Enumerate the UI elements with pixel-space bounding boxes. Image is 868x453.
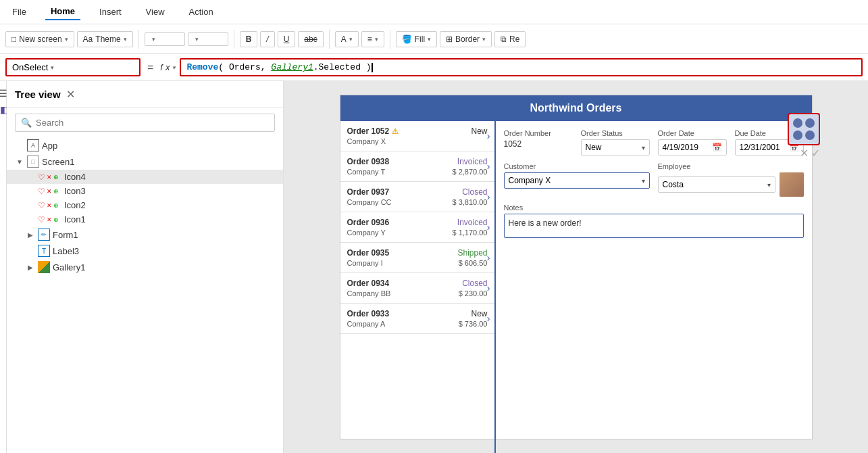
underline-button[interactable]: U [278, 31, 296, 47]
new-screen-label: New screen [19, 34, 61, 44]
sidebar-title: Tree view [15, 89, 61, 100]
order-0934-amount: $ 230.00 [459, 289, 488, 297]
tree-node-label3[interactable]: T Label3 [7, 243, 283, 259]
dot-1 [793, 118, 802, 128]
tree-node-screen1[interactable]: ▼ □ Screen1 [7, 153, 283, 170]
reorder-label: Re [509, 34, 519, 44]
order-0935-title: Order 0935 [347, 248, 390, 258]
align-button[interactable]: ≡ ▾ [361, 31, 384, 47]
order-date-input[interactable]: 4/19/2019 📅 [658, 139, 727, 156]
fill-button[interactable]: 🪣 Fill ▾ [396, 31, 437, 47]
formula-gallery-ref: Gallery1 [271, 62, 313, 72]
menu-insert[interactable]: Insert [94, 4, 127, 20]
order-0937-amount: $ 3,810.00 [453, 198, 488, 206]
gallery-item-0936[interactable]: Order 0936 Invoiced Company Y $ 1,170.00… [340, 212, 494, 243]
form-row-1: Order Number 1052 Order Status New ▾ Ord… [504, 129, 804, 156]
search-input[interactable] [36, 118, 269, 128]
italic-button[interactable]: / [260, 31, 274, 47]
theme-button[interactable]: Aa Theme ▾ [77, 31, 133, 47]
dot-2 [805, 118, 815, 128]
order-0933-amount: $ 736.00 [459, 320, 488, 328]
order-0935-arrow: › [487, 252, 490, 263]
menu-action[interactable]: Action [184, 4, 219, 20]
tree-node-icon2[interactable]: ♡ ✕ ⊕ Icon2 [7, 198, 283, 212]
fill-caret: ▾ [428, 36, 431, 43]
order-0933-company: Company A [347, 320, 386, 328]
border-button[interactable]: ⊞ Border ▾ [440, 31, 492, 47]
app-preview: Northwind Orders Order 1052 ⚠ New Compan… [340, 95, 813, 439]
field-notes: Notes Here is a new order! [504, 204, 804, 238]
order-1052-title: Order 1052 ⚠ [347, 126, 399, 136]
order-0936-company: Company Y [347, 229, 386, 237]
property-selector[interactable]: OnSelect ▾ [5, 58, 141, 76]
formula-bar: OnSelect ▾ = fx ▾ Remove( Orders, Galler… [0, 54, 868, 81]
gallery1-icon [38, 261, 50, 273]
employee-select[interactable]: Costa ▾ [658, 176, 775, 193]
delete-button-box[interactable] [788, 113, 820, 145]
notes-textarea[interactable]: Here is a new order! [504, 214, 804, 238]
align-icon: ≡ [367, 34, 372, 44]
new-screen-caret: ▾ [65, 36, 68, 43]
form-confirm-button[interactable]: ✓ [811, 147, 820, 160]
order-number-value: 1052 [504, 139, 573, 149]
gallery-item-0934[interactable]: Order 0934 Closed Company BB $ 230.00 › [340, 273, 494, 304]
tree-node-app[interactable]: A App [7, 137, 283, 153]
employee-photo [780, 172, 804, 197]
order-0934-status: Closed [462, 279, 487, 288]
formula-fx-button[interactable]: fx ▾ [160, 62, 176, 72]
bold-button[interactable]: B [240, 31, 258, 47]
customer-label: Customer [504, 162, 650, 170]
formula-comma: , [261, 62, 272, 72]
notes-value: Here is a new order! [509, 218, 582, 228]
font-color-label: A [341, 34, 347, 44]
tree-node-gallery1[interactable]: ▶ Gallery1 [7, 259, 283, 275]
font-family-dropdown[interactable]: ▾ [145, 32, 185, 46]
tree-node-icon4[interactable]: ♡ ✕ ⊕ Icon4 [7, 170, 283, 184]
gallery1-expand-icon: ▶ [26, 264, 35, 271]
tree-label-gallery1: Gallery1 [53, 262, 85, 272]
gallery-item-0938[interactable]: Order 0938 Invoiced Company T $ 2,870.00… [340, 151, 494, 182]
sidebar-close-button[interactable]: ✕ [66, 88, 75, 101]
order-0937-title: Order 0937 [347, 187, 390, 197]
tree-node-icon3[interactable]: ♡ ✕ ⊕ Icon3 [7, 184, 283, 198]
tree-node-icon1[interactable]: ♡ ✕ ⊕ Icon1 [7, 212, 283, 226]
gallery-list: Order 1052 ⚠ New Company X › Order 0938 … [340, 121, 496, 453]
dot-4 [805, 130, 815, 140]
theme-icon: Aa [83, 34, 93, 44]
tree-node-form1[interactable]: ▶ ✏ Form1 [7, 226, 283, 243]
order-0936-status: Invoiced [457, 218, 488, 227]
menu-home[interactable]: Home [45, 3, 80, 20]
gallery-item-1052[interactable]: Order 1052 ⚠ New Company X › [340, 121, 494, 151]
customer-select[interactable]: Company X ▾ [504, 172, 650, 189]
font-color-button[interactable]: A ▾ [335, 31, 359, 47]
menu-file[interactable]: File [7, 4, 32, 20]
formula-cursor [372, 63, 373, 72]
order-status-label: Order Status [581, 129, 650, 137]
gallery-item-0935[interactable]: Order 0935 Shipped Company I $ 606.50 › [340, 243, 494, 273]
strikethrough-button[interactable]: abc [298, 31, 323, 47]
reorder-button[interactable]: ⧉ Re [494, 31, 526, 47]
tree-label-icon4: Icon4 [64, 172, 86, 182]
order-0933-arrow: › [487, 313, 490, 324]
employee-value: Costa [663, 180, 684, 189]
reorder-icon: ⧉ [501, 34, 507, 44]
screen1-icon: □ [27, 156, 39, 168]
gallery-item-0933[interactable]: Order 0933 New Company A $ 736.00 › [340, 304, 494, 334]
order-0938-title: Order 0938 [347, 157, 390, 166]
form-row-3: Notes Here is a new order! [504, 204, 804, 238]
sidebar-search-container: 🔍 [15, 114, 275, 132]
tree-label-label3: Label3 [53, 246, 79, 256]
gallery-item-0937[interactable]: Order 0937 Closed Company CC $ 3,810.00 … [340, 182, 494, 212]
customer-caret: ▾ [642, 177, 645, 185]
icon4-icon-group: ♡ ✕ ⊕ [38, 172, 59, 182]
new-screen-button[interactable]: □ New screen ▾ [5, 31, 74, 47]
formula-input[interactable]: Remove( Orders, Gallery1.Selected ) [180, 58, 863, 76]
sidebar-panel: Tree view ✕ 🔍 A App ▼ □ S [7, 81, 284, 453]
form-cancel-button[interactable]: ✕ [800, 147, 809, 160]
form-action-buttons: ✕ ✓ [788, 147, 820, 160]
menu-view[interactable]: View [141, 4, 170, 20]
order-0936-arrow: › [487, 222, 490, 233]
font-size-dropdown[interactable]: ▾ [188, 32, 228, 46]
font-family-caret: ▾ [152, 36, 155, 43]
order-status-select[interactable]: New ▾ [581, 139, 650, 156]
